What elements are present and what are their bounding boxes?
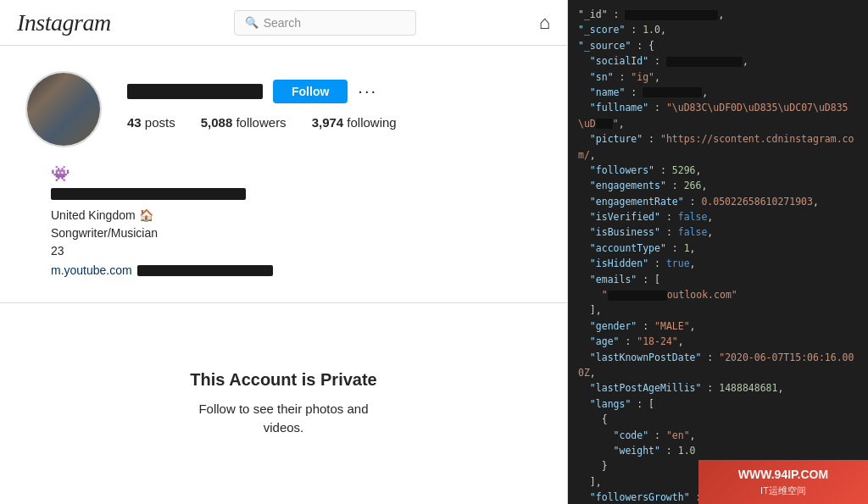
watermark-line2: IT运维空间: [707, 484, 860, 499]
nav-icons: ⌂: [539, 12, 550, 34]
watermark-line1: WWW.94IP.COM: [707, 465, 860, 484]
private-section: This Account is Private Follow to see th…: [0, 302, 567, 504]
bio-link-row: m.youtube.com: [51, 263, 516, 277]
bio-location: United Kingdom 🏠: [51, 207, 516, 224]
instagram-logo: Instagram: [17, 9, 111, 36]
bio-link-prefix[interactable]: m.youtube.com: [51, 263, 132, 277]
profile-header: Follow ··· 43 posts 5,088 followers 3,97…: [25, 71, 542, 147]
more-options-button[interactable]: ···: [358, 81, 377, 101]
bio-section: 👾 United Kingdom 🏠 Songwriter/Musician 2…: [25, 164, 542, 277]
instagram-nav: Instagram 🔍 ⌂: [0, 0, 567, 46]
username-redacted: [127, 84, 263, 99]
private-title: This Account is Private: [190, 370, 376, 390]
json-panel[interactable]: "_id" : , "_score" : 1.0, "_source" : { …: [568, 0, 868, 504]
instagram-panel: Instagram 🔍 ⌂ Follow ···: [0, 0, 568, 504]
profile-info: Follow ··· 43 posts 5,088 followers 3,97…: [127, 80, 542, 140]
search-box[interactable]: 🔍: [234, 10, 416, 36]
bio-name-redacted: [51, 188, 246, 200]
bio-link-redacted: [137, 265, 273, 276]
watermark: WWW.94IP.COM IT运维空间: [698, 460, 868, 504]
follow-button[interactable]: Follow: [273, 80, 348, 103]
avatar: [25, 71, 102, 147]
search-input[interactable]: [264, 16, 399, 30]
private-description: Follow to see their photos and videos.: [198, 400, 368, 438]
followers-stat: 5,088 followers: [201, 115, 287, 130]
profile-section: Follow ··· 43 posts 5,088 followers 3,97…: [0, 46, 567, 285]
home-icon[interactable]: ⌂: [539, 12, 550, 34]
json-content: "_id" : , "_score" : 1.0, "_source" : { …: [578, 7, 858, 504]
posts-stat: 43 posts: [127, 115, 175, 130]
following-stat: 3,974 following: [312, 115, 397, 130]
bio-emoji: 👾: [51, 164, 516, 183]
search-icon: 🔍: [245, 16, 259, 29]
bio-occupation: Songwriter/Musician: [51, 224, 516, 242]
bio-age: 23: [51, 242, 516, 260]
username-row: Follow ···: [127, 80, 542, 103]
avatar-image: [27, 73, 100, 146]
stats-row: 43 posts 5,088 followers 3,974 following: [127, 115, 542, 130]
